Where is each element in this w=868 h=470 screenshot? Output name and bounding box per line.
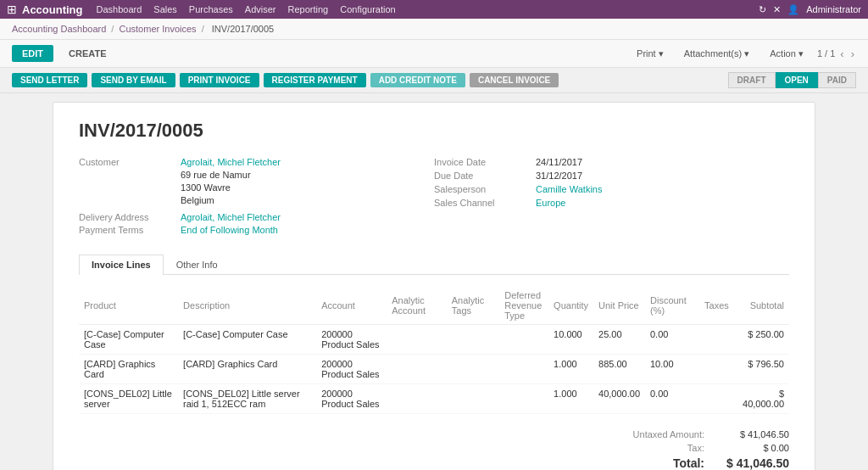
user-icon: 👤 [787,4,799,15]
tax-row: Tax: $ 0.00 [535,441,789,455]
nav-purchases[interactable]: Purchases [189,4,233,14]
sales-channel[interactable]: Europe [536,198,565,208]
table-row: [CONS_DEL02] Little server [CONS_DEL02] … [79,384,789,414]
breadcrumb-invoices[interactable]: Customer Invoices [119,24,196,34]
customer-label: Customer [79,157,181,167]
app-grid-icon: ⊞ [7,3,17,16]
attachments-dropdown[interactable]: Attachment(s) ▾ [677,46,757,62]
row1-analytic-account [387,325,447,355]
next-page-button[interactable]: › [849,48,856,60]
row3-account: 200000 Product Sales [316,384,387,414]
send-email-button[interactable]: SEND BY EMAIL [92,73,175,87]
nav-links: Dashboard Sales Purchases Adviser Report… [97,4,396,14]
row1-subtotal: $ 250.00 [734,325,789,355]
secondary-bar: SEND LETTER SEND BY EMAIL PRINT INVOICE … [0,68,868,93]
invoice-header: Customer Agrolait, Michel Fletcher 69 ru… [79,157,789,238]
tab-other-info[interactable]: Other Info [164,255,231,274]
print-dropdown[interactable]: Print ▾ [630,46,670,62]
customer-address2: 1300 Wavre [181,182,231,193]
top-right-icons: ↻ ✕ 👤 Administrator [759,4,861,15]
invoice-date-row: Invoice Date 24/11/2017 [434,157,789,167]
row1-deferred [499,325,548,355]
delivery-value[interactable]: Agrolait, Michel Fletcher [181,212,281,222]
salesperson[interactable]: Camille Watkins [536,184,602,194]
table-row: [CARD] Graphics Card [CARD] Graphics Car… [79,355,789,384]
col-unit-price: Unit Price [593,287,645,325]
nav-reporting[interactable]: Reporting [288,4,329,14]
cancel-invoice-button[interactable]: CANCEL INVOICE [470,73,559,87]
col-description: Description [178,287,316,325]
col-taxes: Taxes [699,287,734,325]
invoice-title: INV/2017/0005 [79,120,789,142]
payment-value[interactable]: End of Following Month [181,225,278,235]
main-content: INV/2017/0005 Customer Agrolait, Michel … [0,93,868,470]
close-icon[interactable]: ✕ [773,4,781,15]
row2-account: 200000 Product Sales [316,355,387,384]
status-paid: PAID [818,72,856,88]
breadcrumb-sep2: / [202,24,204,34]
edit-button[interactable]: EDIT [12,45,53,62]
row1-discount: 0.00 [645,325,699,355]
due-date-label: Due Date [434,171,536,181]
total-value: $ 41,046.50 [704,456,789,470]
invoice-table: Product Description Account Analytic Acc… [79,287,789,414]
row3-product: [CONS_DEL02] Little server [79,384,178,414]
print-invoice-button[interactable]: PRINT INVOICE [180,73,259,87]
send-letter-button[interactable]: SEND LETTER [12,73,87,87]
row1-product: [C-Case] Computer Case [79,325,178,355]
sales-channel-row: Sales Channel Europe [434,198,789,208]
row3-deferred [499,384,548,414]
customer-address3: Belgium [181,195,214,205]
add-credit-note-button[interactable]: ADD CREDIT NOTE [370,73,465,87]
row2-deferred [499,355,548,384]
col-analytic-tags: Analytic Tags [447,287,499,325]
row3-analytic-tags [447,384,499,414]
action-dropdown[interactable]: Action ▾ [763,46,810,62]
row2-description: [CARD] Graphics Card [178,355,316,384]
row3-subtotal: $ 40,000.00 [734,384,789,414]
payment-terms-row: Payment Terms End of Following Month [79,225,434,235]
col-product: Product [79,287,178,325]
totals-table: Untaxed Amount: $ 41,046.50 Tax: $ 0.00 … [535,428,789,470]
refresh-icon[interactable]: ↻ [759,4,766,15]
invoice-date: 24/11/2017 [536,157,582,167]
row3-description: [CONS_DEL02] Little server raid 1, 512EC… [178,384,316,414]
row1-unit-price: 25.00 [593,325,645,355]
row1-account: 200000 Product Sales [316,325,387,355]
nav-configuration[interactable]: Configuration [340,4,395,14]
col-analytic-account: Analytic Account [387,287,447,325]
tabs: Invoice Lines Other Info [79,255,789,275]
app-title[interactable]: Accounting [22,3,83,16]
row3-unit-price: 40,000.00 [593,384,645,414]
sales-channel-label: Sales Channel [434,198,536,208]
breadcrumb-current: INV/2017/0005 [212,24,274,34]
breadcrumb: Accounting Dashboard / Customer Invoices… [0,19,868,40]
customer-address2-row: 1300 Wavre [79,182,434,193]
row1-quantity: 10.000 [548,325,593,355]
delivery-row: Delivery Address Agrolait, Michel Fletch… [79,212,434,222]
total-row: Total: $ 41,046.50 [535,455,789,470]
prev-page-button[interactable]: ‹ [838,48,845,60]
customer-name[interactable]: Agrolait, Michel Fletcher [181,157,281,167]
col-subtotal: Subtotal [734,287,789,325]
tab-invoice-lines[interactable]: Invoice Lines [79,255,164,275]
breadcrumb-accounting[interactable]: Accounting Dashboard [12,24,106,34]
nav-adviser[interactable]: Adviser [245,4,276,14]
status-draft: DRAFT [728,72,776,88]
nav-dashboard[interactable]: Dashboard [97,4,142,14]
username: Administrator [806,4,861,14]
status-open: OPEN [776,72,818,88]
register-payment-button[interactable]: REGISTER PAYMENT [264,73,366,87]
row2-quantity: 1.000 [548,355,593,384]
row3-analytic-account [387,384,447,414]
tax-label: Tax: [535,443,704,453]
nav-sales[interactable]: Sales [153,4,177,14]
row2-taxes [699,355,734,384]
row3-discount: 0.00 [645,384,699,414]
row1-taxes [699,325,734,355]
create-button[interactable]: CREATE [60,45,114,62]
row2-subtotal: $ 796.50 [734,355,789,384]
total-label: Total: [535,456,704,470]
untaxed-row: Untaxed Amount: $ 41,046.50 [535,428,789,441]
row2-analytic-account [387,355,447,384]
